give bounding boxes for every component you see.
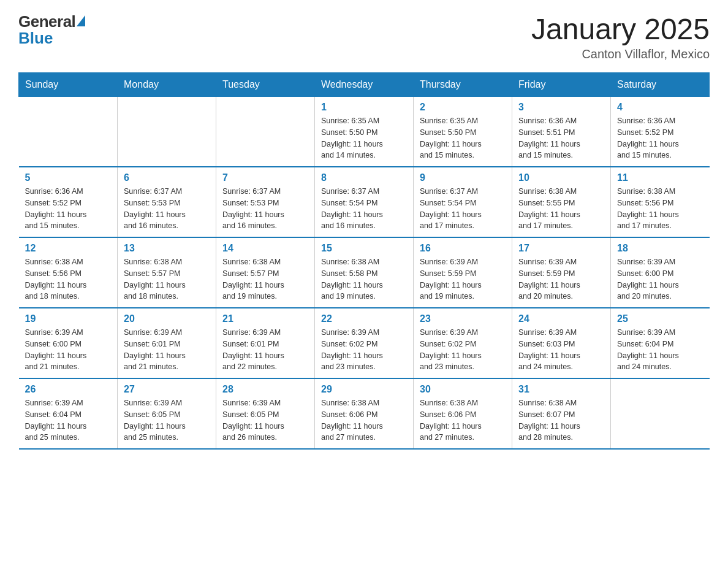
calendar-cell: 17Sunrise: 6:39 AM Sunset: 5:59 PM Dayli… xyxy=(512,237,611,308)
calendar-cell: 11Sunrise: 6:38 AM Sunset: 5:56 PM Dayli… xyxy=(611,167,710,237)
calendar-cell: 16Sunrise: 6:39 AM Sunset: 5:59 PM Dayli… xyxy=(414,237,512,308)
day-info: Sunrise: 6:36 AM Sunset: 5:51 PM Dayligh… xyxy=(518,115,604,161)
logo-blue-text: Blue xyxy=(18,29,53,48)
day-number: 30 xyxy=(420,384,506,395)
header-saturday: Saturday xyxy=(611,73,710,97)
header-friday: Friday xyxy=(512,73,611,97)
day-info: Sunrise: 6:38 AM Sunset: 5:56 PM Dayligh… xyxy=(25,256,112,302)
calendar-cell: 13Sunrise: 6:38 AM Sunset: 5:57 PM Dayli… xyxy=(118,237,216,308)
calendar-cell: 28Sunrise: 6:39 AM Sunset: 6:05 PM Dayli… xyxy=(216,378,315,449)
day-info: Sunrise: 6:38 AM Sunset: 5:55 PM Dayligh… xyxy=(518,186,604,232)
day-info: Sunrise: 6:39 AM Sunset: 6:05 PM Dayligh… xyxy=(124,397,210,443)
month-year-title: January 2025 xyxy=(531,12,710,46)
calendar-cell: 20Sunrise: 6:39 AM Sunset: 6:01 PM Dayli… xyxy=(118,308,216,378)
week-row-3: 12Sunrise: 6:38 AM Sunset: 5:56 PM Dayli… xyxy=(19,237,710,308)
logo: General Blue xyxy=(18,12,85,48)
day-number: 11 xyxy=(617,172,703,183)
day-info: Sunrise: 6:39 AM Sunset: 6:01 PM Dayligh… xyxy=(222,327,308,373)
page-header: General Blue January 2025 Canton Villafl… xyxy=(18,12,710,61)
calendar-cell: 3Sunrise: 6:36 AM Sunset: 5:51 PM Daylig… xyxy=(512,97,611,167)
day-number: 1 xyxy=(321,102,407,113)
calendar-cell: 8Sunrise: 6:37 AM Sunset: 5:54 PM Daylig… xyxy=(315,167,414,237)
day-info: Sunrise: 6:39 AM Sunset: 6:03 PM Dayligh… xyxy=(518,327,604,373)
day-number: 15 xyxy=(321,243,407,254)
calendar-cell: 19Sunrise: 6:39 AM Sunset: 6:00 PM Dayli… xyxy=(19,308,118,378)
day-info: Sunrise: 6:35 AM Sunset: 5:50 PM Dayligh… xyxy=(420,115,506,161)
day-info: Sunrise: 6:35 AM Sunset: 5:50 PM Dayligh… xyxy=(321,115,407,161)
calendar-cell: 14Sunrise: 6:38 AM Sunset: 5:57 PM Dayli… xyxy=(216,237,315,308)
day-info: Sunrise: 6:36 AM Sunset: 5:52 PM Dayligh… xyxy=(25,186,112,232)
day-number: 5 xyxy=(25,172,112,183)
calendar-table: SundayMondayTuesdayWednesdayThursdayFrid… xyxy=(18,72,710,450)
day-info: Sunrise: 6:39 AM Sunset: 5:59 PM Dayligh… xyxy=(518,256,604,302)
day-number: 22 xyxy=(321,313,407,324)
calendar-cell: 30Sunrise: 6:38 AM Sunset: 6:06 PM Dayli… xyxy=(414,378,512,449)
calendar-cell: 6Sunrise: 6:37 AM Sunset: 5:53 PM Daylig… xyxy=(118,167,216,237)
days-of-week-row: SundayMondayTuesdayWednesdayThursdayFrid… xyxy=(19,73,710,97)
day-number: 17 xyxy=(518,243,604,254)
day-info: Sunrise: 6:38 AM Sunset: 5:57 PM Dayligh… xyxy=(222,256,308,302)
week-row-5: 26Sunrise: 6:39 AM Sunset: 6:04 PM Dayli… xyxy=(19,378,710,449)
calendar-cell: 1Sunrise: 6:35 AM Sunset: 5:50 PM Daylig… xyxy=(315,97,414,167)
header-tuesday: Tuesday xyxy=(216,73,315,97)
day-number: 20 xyxy=(124,313,210,324)
day-info: Sunrise: 6:36 AM Sunset: 5:52 PM Dayligh… xyxy=(617,115,703,161)
calendar-cell: 4Sunrise: 6:36 AM Sunset: 5:52 PM Daylig… xyxy=(611,97,710,167)
header-monday: Monday xyxy=(118,73,216,97)
day-number: 27 xyxy=(124,384,210,395)
calendar-cell xyxy=(118,97,216,167)
day-info: Sunrise: 6:39 AM Sunset: 6:04 PM Dayligh… xyxy=(25,397,112,443)
header-thursday: Thursday xyxy=(414,73,512,97)
day-number: 10 xyxy=(518,172,604,183)
header-wednesday: Wednesday xyxy=(315,73,414,97)
day-info: Sunrise: 6:39 AM Sunset: 6:00 PM Dayligh… xyxy=(25,327,112,373)
calendar-cell: 31Sunrise: 6:38 AM Sunset: 6:07 PM Dayli… xyxy=(512,378,611,449)
day-number: 18 xyxy=(617,243,703,254)
title-block: January 2025 Canton Villaflor, Mexico xyxy=(531,12,710,61)
day-number: 25 xyxy=(617,313,703,324)
calendar-cell: 2Sunrise: 6:35 AM Sunset: 5:50 PM Daylig… xyxy=(414,97,512,167)
day-number: 7 xyxy=(222,172,308,183)
calendar-cell: 10Sunrise: 6:38 AM Sunset: 5:55 PM Dayli… xyxy=(512,167,611,237)
calendar-cell: 25Sunrise: 6:39 AM Sunset: 6:04 PM Dayli… xyxy=(611,308,710,378)
day-number: 29 xyxy=(321,384,407,395)
calendar-cell xyxy=(216,97,315,167)
day-number: 4 xyxy=(617,102,703,113)
day-info: Sunrise: 6:37 AM Sunset: 5:54 PM Dayligh… xyxy=(420,186,506,232)
day-number: 24 xyxy=(518,313,604,324)
day-number: 28 xyxy=(222,384,308,395)
location-subtitle: Canton Villaflor, Mexico xyxy=(531,47,710,61)
day-info: Sunrise: 6:39 AM Sunset: 6:04 PM Dayligh… xyxy=(617,327,703,373)
day-number: 8 xyxy=(321,172,407,183)
day-info: Sunrise: 6:38 AM Sunset: 6:07 PM Dayligh… xyxy=(518,397,604,443)
day-number: 23 xyxy=(420,313,506,324)
calendar-cell: 23Sunrise: 6:39 AM Sunset: 6:02 PM Dayli… xyxy=(414,308,512,378)
day-info: Sunrise: 6:38 AM Sunset: 5:57 PM Dayligh… xyxy=(124,256,210,302)
day-number: 13 xyxy=(124,243,210,254)
day-info: Sunrise: 6:39 AM Sunset: 6:00 PM Dayligh… xyxy=(617,256,703,302)
day-info: Sunrise: 6:38 AM Sunset: 5:58 PM Dayligh… xyxy=(321,256,407,302)
day-number: 21 xyxy=(222,313,308,324)
day-number: 6 xyxy=(124,172,210,183)
day-info: Sunrise: 6:37 AM Sunset: 5:53 PM Dayligh… xyxy=(124,186,210,232)
calendar-cell: 5Sunrise: 6:36 AM Sunset: 5:52 PM Daylig… xyxy=(19,167,118,237)
day-info: Sunrise: 6:38 AM Sunset: 6:06 PM Dayligh… xyxy=(420,397,506,443)
calendar-cell: 18Sunrise: 6:39 AM Sunset: 6:00 PM Dayli… xyxy=(611,237,710,308)
week-row-2: 5Sunrise: 6:36 AM Sunset: 5:52 PM Daylig… xyxy=(19,167,710,237)
calendar-header: SundayMondayTuesdayWednesdayThursdayFrid… xyxy=(19,73,710,97)
calendar-cell: 24Sunrise: 6:39 AM Sunset: 6:03 PM Dayli… xyxy=(512,308,611,378)
calendar-body: 1Sunrise: 6:35 AM Sunset: 5:50 PM Daylig… xyxy=(19,97,710,450)
day-info: Sunrise: 6:39 AM Sunset: 6:02 PM Dayligh… xyxy=(321,327,407,373)
logo-triangle-icon xyxy=(77,15,85,26)
day-number: 14 xyxy=(222,243,308,254)
day-number: 16 xyxy=(420,243,506,254)
day-number: 31 xyxy=(518,384,604,395)
calendar-cell: 26Sunrise: 6:39 AM Sunset: 6:04 PM Dayli… xyxy=(19,378,118,449)
day-info: Sunrise: 6:37 AM Sunset: 5:54 PM Dayligh… xyxy=(321,186,407,232)
day-number: 19 xyxy=(25,313,112,324)
calendar-cell: 29Sunrise: 6:38 AM Sunset: 6:06 PM Dayli… xyxy=(315,378,414,449)
calendar-cell: 22Sunrise: 6:39 AM Sunset: 6:02 PM Dayli… xyxy=(315,308,414,378)
week-row-4: 19Sunrise: 6:39 AM Sunset: 6:00 PM Dayli… xyxy=(19,308,710,378)
day-info: Sunrise: 6:38 AM Sunset: 5:56 PM Dayligh… xyxy=(617,186,703,232)
calendar-cell: 15Sunrise: 6:38 AM Sunset: 5:58 PM Dayli… xyxy=(315,237,414,308)
